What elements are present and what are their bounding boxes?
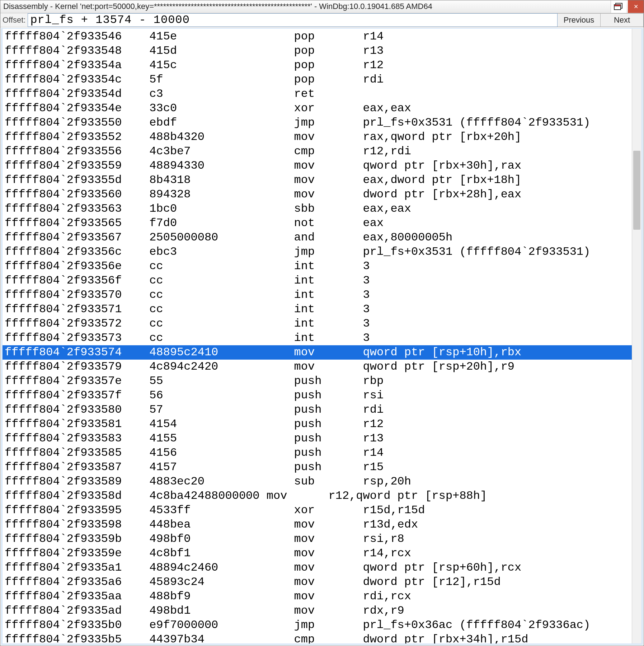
disasm-row[interactable]: fffff804`2f933587 4157 push r15: [5, 460, 639, 474]
offset-input[interactable]: [28, 13, 558, 27]
restore-button[interactable]: [611, 0, 626, 13]
toolbar: Offset: Previous Next: [0, 13, 644, 27]
disasm-row[interactable]: fffff804`2f9335aa 488bf9 mov rdi,rcx: [5, 589, 639, 604]
disasm-row[interactable]: fffff804`2f933581 4154 push r12: [5, 417, 639, 431]
disasm-row[interactable]: fffff804`2f933589 4883ec20 sub rsp,20h: [5, 474, 639, 489]
disasm-row[interactable]: fffff804`2f933571 cc int 3: [5, 302, 639, 317]
disasm-row[interactable]: fffff804`2f933546 415e pop r14: [5, 29, 639, 44]
disasm-row[interactable]: fffff804`2f93356f cc int 3: [5, 273, 639, 288]
svg-rect-2: [614, 5, 621, 6]
disasm-row[interactable]: fffff804`2f933550 ebdf jmp prl_fs+0x3531…: [5, 116, 639, 130]
scrollbar[interactable]: [632, 29, 641, 643]
disasm-row[interactable]: fffff804`2f93354d c3 ret: [5, 87, 639, 101]
disasm-row[interactable]: fffff804`2f933565 f7d0 not eax: [5, 216, 639, 230]
disasm-row[interactable]: fffff804`2f933570 cc int 3: [5, 288, 639, 302]
previous-button[interactable]: Previous: [558, 13, 601, 27]
disasm-row[interactable]: fffff804`2f93355d 8b4318 mov eax,dword p…: [5, 173, 639, 187]
disasm-row[interactable]: fffff804`2f93359b 498bf0 mov rsi,r8: [5, 532, 639, 546]
disasm-row[interactable]: fffff804`2f933580 57 push rdi: [5, 403, 639, 417]
disasm-row[interactable]: fffff804`2f933573 cc int 3: [5, 331, 639, 345]
disasm-row[interactable]: fffff804`2f933556 4c3be7 cmp r12,rdi: [5, 144, 639, 159]
disasm-row[interactable]: fffff804`2f933572 cc int 3: [5, 317, 639, 331]
disasm-row[interactable]: fffff804`2f933583 4155 push r13: [5, 431, 639, 446]
disassembly-lines[interactable]: fffff804`2f933546 415e pop r14fffff804`2…: [3, 29, 641, 645]
disasm-row[interactable]: fffff804`2f933548 415d pop r13: [5, 44, 639, 58]
window: Disassembly - Kernel 'net:port=50000,key…: [0, 0, 644, 646]
disasm-row[interactable]: fffff804`2f933585 4156 push r14: [5, 446, 639, 460]
disasm-row[interactable]: fffff804`2f933598 448bea mov r13d,edx: [5, 518, 639, 532]
disasm-row[interactable]: fffff804`2f93357e 55 push rbp: [5, 374, 639, 388]
disasm-row[interactable]: fffff804`2f933595 4533ff xor r15d,r15d: [5, 503, 639, 518]
disasm-row[interactable]: fffff804`2f933567 2505000080 and eax,800…: [5, 230, 639, 245]
disasm-row[interactable]: fffff804`2f933560 894328 mov dword ptr […: [5, 187, 639, 202]
window-title: Disassembly - Kernel 'net:port=50000,key…: [3, 2, 611, 11]
disasm-row[interactable]: fffff804`2f93356e cc int 3: [5, 259, 639, 273]
disasm-row[interactable]: fffff804`2f933559 48894330 mov qword ptr…: [5, 159, 639, 173]
disasm-row[interactable]: fffff804`2f93357f 56 push rsi: [5, 388, 639, 403]
title-bar: Disassembly - Kernel 'net:port=50000,key…: [0, 0, 644, 13]
disasm-row[interactable]: fffff804`2f93358d 4c8ba42488000000 mov r…: [5, 489, 639, 503]
disasm-row[interactable]: fffff804`2f93354c 5f pop rdi: [5, 72, 639, 87]
disasm-row[interactable]: fffff804`2f9335a1 48894c2460 mov qword p…: [5, 561, 639, 575]
disasm-row[interactable]: fffff804`2f93359e 4c8bf1 mov r14,rcx: [5, 546, 639, 561]
offset-label: Offset:: [3, 15, 25, 25]
disasm-row[interactable]: fffff804`2f933574 48895c2410 mov qword p…: [3, 345, 641, 360]
disasm-row[interactable]: fffff804`2f93354a 415c pop r12: [5, 58, 639, 72]
close-button[interactable]: ✕: [628, 0, 644, 13]
disasm-row[interactable]: fffff804`2f9335ad 498bd1 mov rdx,r9: [5, 604, 639, 618]
disasm-row[interactable]: fffff804`2f93354e 33c0 xor eax,eax: [5, 101, 639, 116]
disasm-row[interactable]: fffff804`2f933552 488b4320 mov rax,qword…: [5, 130, 639, 144]
disasm-row[interactable]: fffff804`2f933579 4c894c2420 mov qword p…: [5, 360, 639, 374]
disasm-row[interactable]: fffff804`2f933563 1bc0 sbb eax,eax: [5, 202, 639, 216]
disasm-row[interactable]: fffff804`2f9335b0 e9f7000000 jmp prl_fs+…: [5, 618, 639, 632]
next-button[interactable]: Next: [601, 13, 644, 27]
disassembly-panel: fffff804`2f933546 415e pop r14fffff804`2…: [1, 28, 643, 645]
disasm-row[interactable]: fffff804`2f9335b5 44397b34 cmp dword ptr…: [5, 632, 639, 645]
scrollbar-thumb[interactable]: [633, 151, 640, 230]
disasm-row[interactable]: fffff804`2f9335a6 45893c24 mov dword ptr…: [5, 575, 639, 589]
disasm-row[interactable]: fffff804`2f93356c ebc3 jmp prl_fs+0x3531…: [5, 245, 639, 259]
